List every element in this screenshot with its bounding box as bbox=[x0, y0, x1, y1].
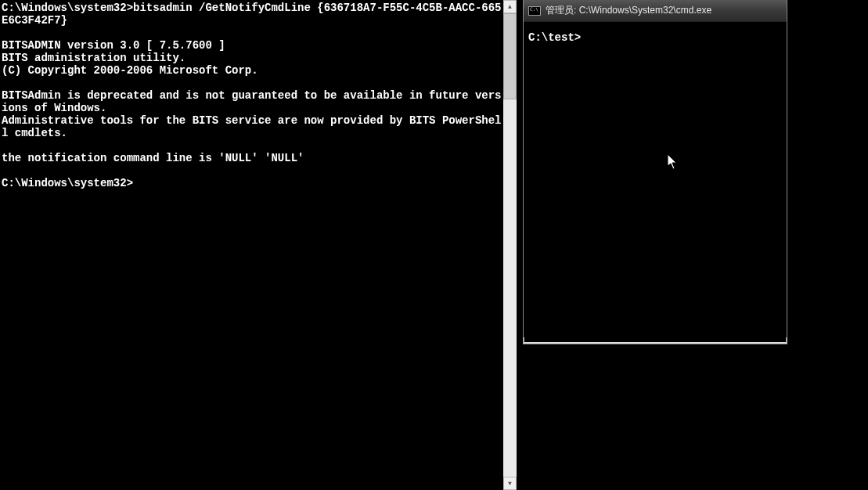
left-cmd-console[interactable]: C:\Windows\system32>bitsadmin /GetNotify… bbox=[0, 0, 503, 490]
console-output: C:\Windows\system32>bitsadmin /GetNotify… bbox=[2, 2, 502, 189]
scroll-up-arrow-icon[interactable]: ▲ bbox=[503, 0, 517, 13]
window-bottom-edge bbox=[523, 337, 787, 344]
scrollbar-thumb[interactable] bbox=[503, 13, 517, 99]
window-title: 管理员: C:\Windows\System32\cmd.exe bbox=[546, 4, 711, 17]
left-scrollbar[interactable]: ▲ ▼ bbox=[503, 0, 517, 490]
titlebar[interactable]: 管理员: C:\Windows\System32\cmd.exe bbox=[524, 0, 787, 22]
cmd-icon bbox=[528, 6, 541, 16]
console-prompt: C:\test> bbox=[528, 31, 581, 44]
right-cmd-console[interactable]: C:\test> bbox=[525, 22, 785, 342]
right-cmd-window[interactable]: 管理员: C:\Windows\System32\cmd.exe C:\test… bbox=[523, 0, 787, 344]
scroll-down-arrow-icon[interactable]: ▼ bbox=[503, 477, 517, 490]
